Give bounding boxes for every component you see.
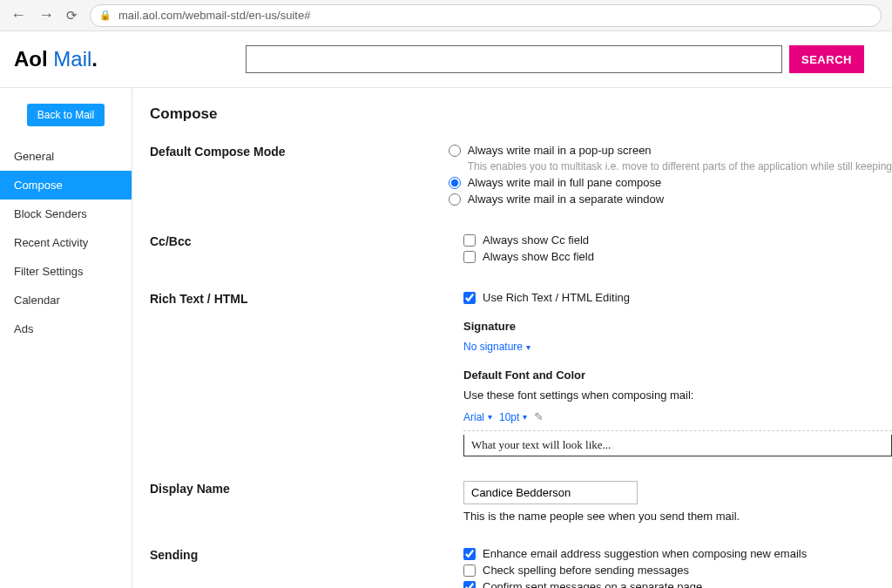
radio-separate-window-input[interactable] <box>449 193 461 206</box>
display-name-input[interactable] <box>463 481 638 504</box>
radio-popup-input[interactable] <box>449 145 461 157</box>
font-name-value: Arial <box>463 411 484 423</box>
checkbox-enhance-suggestion-label: Enhance email address suggestion when co… <box>483 547 807 560</box>
signature-dropdown[interactable]: No signature ▾ <box>463 341 530 353</box>
checkbox-use-rich-text[interactable]: Use Rich Text / HTML Editing <box>463 291 892 304</box>
page-title: Compose <box>150 105 892 123</box>
checkbox-check-spelling-label: Check spelling before sending messages <box>483 564 689 577</box>
checkbox-check-spelling[interactable]: Check spelling before sending messages <box>463 564 892 577</box>
section-label: Display Name <box>150 481 463 523</box>
radio-full-pane-input[interactable] <box>449 177 461 189</box>
checkbox-confirm-sent[interactable]: Confirm sent messages on a separate page <box>463 580 892 588</box>
chevron-down-icon: ▾ <box>488 412 492 422</box>
checkbox-check-spelling-input[interactable] <box>463 564 476 577</box>
sidebar-item-general[interactable]: General <box>0 142 132 171</box>
radio-full-pane[interactable]: Always write mail in full pane compose <box>449 176 892 189</box>
font-settings-row: Arial ▾ 10pt ▾ ✎ <box>463 410 892 431</box>
font-preview: What your text will look like... <box>463 435 892 456</box>
section-rich-text: Rich Text / HTML Use Rich Text / HTML Ed… <box>150 291 892 456</box>
browser-chrome: ← → ⟳ 🔒 mail.aol.com/webmail-std/en-us/s… <box>0 0 892 31</box>
section-cc-bcc: Cc/Bcc Always show Cc field Always show … <box>150 233 892 267</box>
font-help-text: Use these font settings when composing m… <box>463 389 892 402</box>
font-heading: Default Font and Color <box>463 368 892 382</box>
section-default-compose-mode: Default Compose Mode Always write mail i… <box>150 144 892 209</box>
radio-popup-label: Always write mail in a pop-up screen <box>468 144 652 157</box>
checkbox-confirm-sent-input[interactable] <box>463 581 476 588</box>
signature-heading: Signature <box>463 320 892 333</box>
popup-help-text: This enables you to multitask i.e. move … <box>468 160 892 172</box>
display-name-desc: This is the name people see when you sen… <box>463 510 892 523</box>
sidebar-item-ads[interactable]: Ads <box>0 314 132 343</box>
logo-aol: Aol <box>14 47 48 71</box>
nav-back-icon[interactable]: ← <box>10 6 26 24</box>
checkbox-show-bcc-input[interactable] <box>463 251 476 263</box>
font-size-dropdown[interactable]: 10pt ▾ <box>499 411 527 423</box>
radio-separate-window[interactable]: Always write mail in a separate window <box>449 193 892 206</box>
checkbox-show-cc-label: Always show Cc field <box>483 233 589 247</box>
sidebar-item-calendar[interactable]: Calendar <box>0 286 132 314</box>
settings-sidebar: Back to Mail General Compose Block Sende… <box>0 88 132 588</box>
radio-separate-window-label: Always write mail in a separate window <box>468 193 664 206</box>
logo-dot: . <box>91 47 98 71</box>
nav-forward-icon[interactable]: → <box>38 6 54 24</box>
checkbox-enhance-suggestion[interactable]: Enhance email address suggestion when co… <box>463 547 892 560</box>
section-label: Default Compose Mode <box>150 144 449 209</box>
section-display-name: Display Name This is the name people see… <box>150 481 892 523</box>
pencil-icon[interactable]: ✎ <box>534 410 544 423</box>
checkbox-show-cc[interactable]: Always show Cc field <box>463 233 892 247</box>
checkbox-show-cc-input[interactable] <box>463 234 476 247</box>
logo-mail: Mail <box>48 47 92 71</box>
radio-full-pane-label: Always write mail in full pane compose <box>468 176 662 189</box>
back-to-mail-button[interactable]: Back to Mail <box>27 104 105 126</box>
url-text: mail.aol.com/webmail-std/en-us/suite# <box>118 9 310 22</box>
checkbox-enhance-suggestion-input[interactable] <box>463 548 476 560</box>
search-bar: SEARCH <box>246 45 878 73</box>
section-sending: Sending Enhance email address suggestion… <box>150 547 892 588</box>
radio-popup[interactable]: Always write mail in a pop-up screen <box>449 144 892 157</box>
aol-mail-logo[interactable]: Aol Mail. <box>14 47 98 71</box>
chevron-down-icon: ▾ <box>526 342 530 352</box>
sidebar-item-recent-activity[interactable]: Recent Activity <box>0 228 132 257</box>
reload-icon[interactable]: ⟳ <box>66 8 78 24</box>
font-size-value: 10pt <box>499 411 519 423</box>
sidebar-item-block-senders[interactable]: Block Senders <box>0 199 132 228</box>
checkbox-use-rich-text-input[interactable] <box>463 292 476 304</box>
chevron-down-icon: ▾ <box>523 412 527 422</box>
checkbox-show-bcc-label: Always show Bcc field <box>483 250 594 263</box>
section-label: Cc/Bcc <box>150 233 463 267</box>
lock-icon: 🔒 <box>99 10 112 21</box>
font-name-dropdown[interactable]: Arial ▾ <box>463 411 492 423</box>
sidebar-item-filter-settings[interactable]: Filter Settings <box>0 257 132 286</box>
section-label: Rich Text / HTML <box>150 291 463 456</box>
search-button[interactable]: SEARCH <box>789 45 864 73</box>
settings-content: Compose Default Compose Mode Always writ… <box>132 88 892 588</box>
search-input[interactable] <box>246 45 782 73</box>
url-bar[interactable]: 🔒 mail.aol.com/webmail-std/en-us/suite# <box>90 4 882 27</box>
checkbox-confirm-sent-label: Confirm sent messages on a separate page <box>483 580 702 588</box>
signature-value: No signature <box>463 341 523 353</box>
checkbox-show-bcc[interactable]: Always show Bcc field <box>463 250 892 263</box>
app-header: Aol Mail. SEARCH <box>0 31 892 87</box>
section-label: Sending <box>150 547 463 588</box>
sidebar-item-compose[interactable]: Compose <box>0 171 132 199</box>
checkbox-use-rich-text-label: Use Rich Text / HTML Editing <box>483 291 630 304</box>
